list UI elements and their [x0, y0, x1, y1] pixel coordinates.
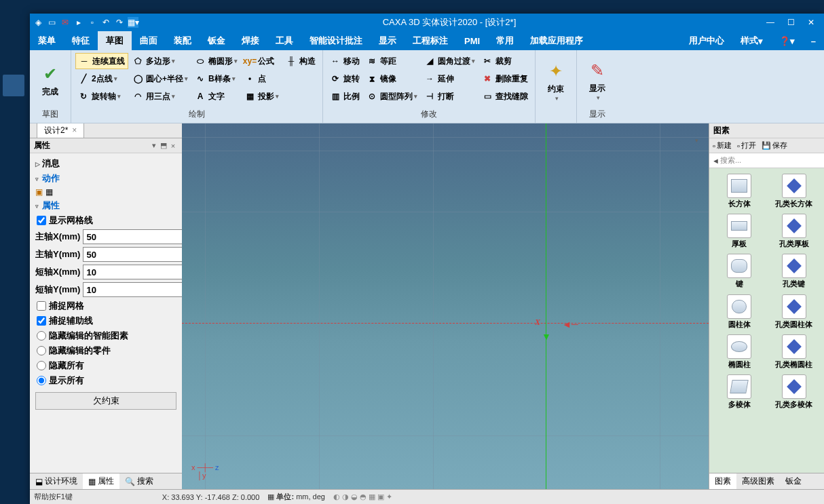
desktop-shortcut[interactable] [3, 75, 24, 96]
bspline-button[interactable]: ∿B样条▾ [192, 71, 240, 87]
menu-item[interactable]: 用户中心 [681, 31, 732, 50]
feature-hole-ellipse-cyl[interactable]: 孔类椭圆柱 [767, 332, 822, 372]
menu-item[interactable]: 常用 [488, 31, 522, 50]
save-button[interactable]: 💾保存 [760, 140, 789, 151]
circular-array-button[interactable]: ⊙圆型阵列▾ [364, 88, 420, 104]
formula-button[interactable]: xy=公式 [242, 53, 282, 69]
open-button[interactable]: ▫打开 [735, 140, 758, 151]
menu-item[interactable]: 智能设计批注 [301, 31, 371, 50]
tab-advanced[interactable]: 高级图素 [736, 473, 780, 489]
menu-item[interactable]: 显示 [371, 31, 405, 50]
undo-icon[interactable]: ↶ [100, 17, 111, 28]
feature-cuboid[interactable]: 长方体 [712, 171, 767, 211]
pin-icon[interactable]: ⬒ [159, 141, 168, 150]
show-all-radio[interactable] [37, 376, 46, 385]
menu-item-active[interactable]: 草图 [98, 31, 132, 50]
menu-item[interactable]: PMI [456, 31, 488, 50]
menu-item[interactable]: 钣金 [200, 31, 233, 50]
menu-item[interactable]: 曲面 [132, 31, 166, 50]
feature-key[interactable]: 键 [712, 251, 767, 291]
menu-item[interactable]: 工程标注 [405, 31, 456, 50]
panel-dropdown-icon[interactable]: ▾ [695, 137, 703, 145]
feature-hole-slab[interactable]: 孔类厚板 [767, 211, 822, 251]
main-x-input[interactable] [83, 229, 182, 244]
constrain-button[interactable]: ✦ 约束 ▾ [540, 53, 572, 109]
hide-parts-radio[interactable] [37, 346, 46, 355]
section-action[interactable]: ▿动作 [30, 171, 182, 186]
snap-guide-checkbox[interactable] [37, 316, 46, 326]
move-button[interactable]: ↔移动 [327, 53, 362, 69]
rotate-axis-button[interactable]: ↻旋转轴▾ [75, 88, 128, 104]
help-icon[interactable]: ❓▾ [771, 31, 803, 50]
feature-ellipse-cyl[interactable]: 椭圆柱 [712, 332, 767, 372]
text-button[interactable]: A文字 [192, 88, 240, 104]
display-button[interactable]: ✎ 显示 ▾ [581, 53, 614, 107]
feature-hole-cuboid[interactable]: 孔类长方体 [767, 171, 822, 211]
close-button[interactable]: ✕ [801, 14, 821, 31]
minimize-button[interactable]: — [760, 14, 781, 31]
tab-design-env[interactable]: ⬓ 设计环境 [30, 473, 83, 489]
new-button[interactable]: ▫新建 [711, 140, 734, 151]
hide-smart-radio[interactable] [37, 331, 46, 341]
polygon-button[interactable]: ⬠多边形▾ [130, 53, 191, 69]
project-button[interactable]: ▦投影▾ [242, 88, 282, 104]
save-icon[interactable]: ▸ [73, 17, 84, 28]
print-icon[interactable]: ▫ [87, 17, 98, 28]
menu-item[interactable]: 工具 [267, 31, 301, 50]
main-y-input[interactable] [83, 247, 182, 262]
mirror-button[interactable]: ⧗镜像 [364, 71, 420, 87]
layers-icon[interactable]: ▦▾ [128, 17, 138, 28]
tab-sheetmetal[interactable]: 钣金 [780, 473, 807, 489]
feature-hole-key[interactable]: 孔类键 [767, 251, 822, 291]
rotate-button[interactable]: ⟳旋转 [327, 71, 362, 87]
underconstrained-button[interactable]: 欠约束 [35, 392, 176, 410]
tab-properties[interactable]: ▦ 属性 [83, 473, 119, 489]
redo-icon[interactable]: ↷ [114, 17, 125, 28]
find-gap-button[interactable]: ▭查找缝隙 [479, 88, 531, 104]
hide-all-radio[interactable] [37, 361, 46, 370]
circle-button[interactable]: ◯圆心+半径▾ [130, 71, 191, 87]
finish-button[interactable]: ✔ 完成 [34, 53, 67, 107]
new-icon[interactable]: ▭ [46, 17, 57, 28]
menu-item[interactable]: 菜单 [30, 31, 64, 50]
trim-button[interactable]: ✂裁剪 [479, 53, 531, 69]
tab-features[interactable]: 图素 [709, 473, 736, 489]
right-search[interactable]: ◄搜索... [709, 153, 824, 168]
minor-y-input[interactable] [83, 282, 182, 297]
scale-button[interactable]: ▥比例 [327, 88, 362, 104]
collapse-ribbon-icon[interactable]: – [803, 31, 824, 50]
construct-button[interactable]: ╫构造 [283, 53, 318, 69]
menu-item[interactable]: 特征 [64, 31, 98, 50]
document-tab[interactable]: 设计2*× [37, 123, 84, 138]
menu-item[interactable]: 焊接 [233, 31, 267, 50]
three-point-button[interactable]: ◠用三点▾ [130, 88, 191, 104]
menu-item[interactable]: 样式 ▾ [732, 31, 771, 50]
tab-search[interactable]: 🔍 搜索 [119, 473, 159, 489]
feature-hole-prism[interactable]: 孔类多棱体 [767, 372, 822, 412]
status-icons[interactable]: ◐ ◑ ◒ ◓ ▦ ▣ ✦ [333, 492, 392, 501]
close-panel-icon[interactable]: × [168, 142, 178, 150]
minor-x-input[interactable] [83, 265, 182, 279]
point-button[interactable]: •点 [242, 71, 282, 87]
viewport[interactable]: X ◄─ ▼ x ─┼─ z │y [182, 123, 709, 489]
mail-icon[interactable]: ✉ [60, 17, 71, 28]
menu-item[interactable]: 加载应用程序 [522, 31, 591, 50]
feature-cylinder[interactable]: 圆柱体 [712, 292, 767, 332]
continuous-line-button[interactable]: ─连续直线 [75, 53, 128, 69]
section-attributes[interactable]: ▿属性 [30, 198, 182, 213]
snap-grid-checkbox[interactable] [37, 301, 46, 311]
menu-item[interactable]: 装配 [166, 31, 200, 50]
delete-dup-button[interactable]: ✖删除重复 [479, 71, 531, 87]
close-tab-icon[interactable]: × [72, 125, 77, 135]
offset-button[interactable]: ≋等距 [364, 53, 420, 69]
dropdown-icon[interactable]: ▾ [149, 141, 159, 150]
maximize-button[interactable]: ☐ [781, 14, 801, 31]
feature-prism[interactable]: 多棱体 [712, 372, 767, 412]
break-button[interactable]: ⊣打断 [422, 88, 478, 104]
fillet-button[interactable]: ◢圆角过渡▾ [422, 53, 478, 69]
section-message[interactable]: ▷消息 [30, 156, 182, 171]
feature-slab[interactable]: 厚板 [712, 211, 767, 251]
extend-button[interactable]: →延伸 [422, 71, 478, 87]
two-point-line-button[interactable]: ╱2点线▾ [75, 71, 128, 87]
feature-hole-cylinder[interactable]: 孔类圆柱体 [767, 292, 822, 332]
